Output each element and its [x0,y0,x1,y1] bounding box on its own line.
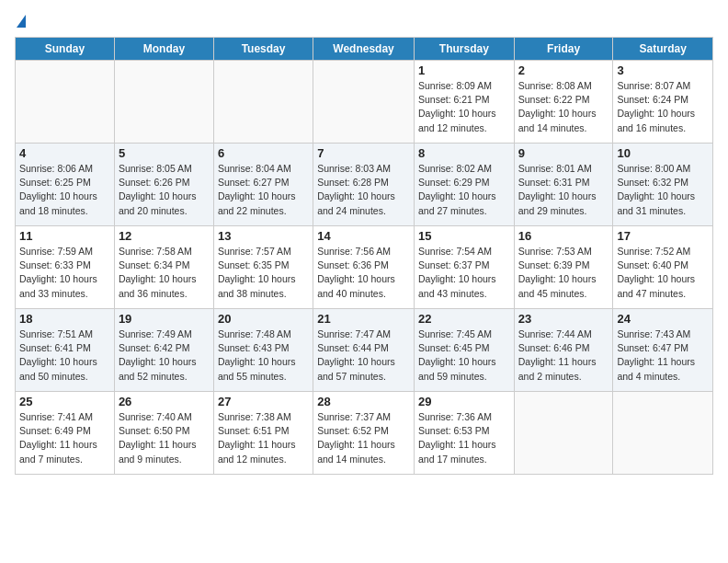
header-cell-tuesday: Tuesday [213,38,313,61]
day-number: 26 [119,395,210,408]
day-info: Sunrise: 8:04 AM Sunset: 6:27 PM Dayligh… [218,162,309,218]
day-number: 25 [19,395,110,408]
day-number: 21 [317,312,410,326]
day-number: 12 [119,229,210,243]
calendar-cell [613,392,713,475]
calendar-cell: 14Sunrise: 7:56 AM Sunset: 6:36 PM Dayli… [313,226,415,309]
logo [15,15,26,29]
calendar-cell: 28Sunrise: 7:37 AM Sunset: 6:52 PM Dayli… [313,392,415,475]
calendar-cell: 3Sunrise: 8:07 AM Sunset: 6:24 PM Daylig… [613,61,713,144]
day-number: 9 [518,146,609,160]
calendar-cell: 21Sunrise: 7:47 AM Sunset: 6:44 PM Dayli… [313,309,415,392]
day-number: 6 [218,146,309,160]
day-number: 4 [19,146,110,160]
day-info: Sunrise: 7:44 AM Sunset: 6:46 PM Dayligh… [518,327,609,384]
calendar-cell: 29Sunrise: 7:36 AM Sunset: 6:53 PM Dayli… [414,392,514,475]
day-info: Sunrise: 8:00 AM Sunset: 6:32 PM Dayligh… [617,162,709,218]
day-info: Sunrise: 7:52 AM Sunset: 6:40 PM Dayligh… [617,245,709,301]
calendar-cell [114,61,213,144]
calendar-cell: 19Sunrise: 7:49 AM Sunset: 6:42 PM Dayli… [114,309,213,392]
day-number: 23 [518,312,609,326]
calendar-cell: 18Sunrise: 7:51 AM Sunset: 6:41 PM Dayli… [16,309,115,392]
calendar-cell: 22Sunrise: 7:45 AM Sunset: 6:45 PM Dayli… [414,309,514,392]
week-row-5: 25Sunrise: 7:41 AM Sunset: 6:49 PM Dayli… [16,392,713,475]
day-number: 11 [19,229,110,243]
calendar-cell: 11Sunrise: 7:59 AM Sunset: 6:33 PM Dayli… [16,226,115,309]
day-info: Sunrise: 8:03 AM Sunset: 6:28 PM Dayligh… [317,162,410,218]
header-cell-saturday: Saturday [613,38,713,61]
day-info: Sunrise: 7:53 AM Sunset: 6:39 PM Dayligh… [518,245,609,301]
day-info: Sunrise: 7:43 AM Sunset: 6:47 PM Dayligh… [617,327,709,384]
calendar-cell: 12Sunrise: 7:58 AM Sunset: 6:34 PM Dayli… [114,226,213,309]
day-info: Sunrise: 8:08 AM Sunset: 6:22 PM Dayligh… [518,79,609,135]
day-info: Sunrise: 7:41 AM Sunset: 6:49 PM Dayligh… [19,410,110,466]
calendar-cell: 8Sunrise: 8:02 AM Sunset: 6:29 PM Daylig… [414,144,514,226]
calendar-cell: 20Sunrise: 7:48 AM Sunset: 6:43 PM Dayli… [213,309,313,392]
calendar-cell: 27Sunrise: 7:38 AM Sunset: 6:51 PM Dayli… [213,392,313,475]
day-info: Sunrise: 7:58 AM Sunset: 6:34 PM Dayligh… [119,245,210,301]
day-info: Sunrise: 8:09 AM Sunset: 6:21 PM Dayligh… [418,79,510,135]
calendar-cell: 25Sunrise: 7:41 AM Sunset: 6:49 PM Dayli… [16,392,115,475]
day-number: 8 [418,146,510,160]
calendar-cell [313,61,415,144]
calendar-cell: 4Sunrise: 8:06 AM Sunset: 6:25 PM Daylig… [16,144,115,226]
calendar-cell [213,61,313,144]
day-number: 13 [218,229,309,243]
logo-triangle-icon [17,15,26,28]
day-info: Sunrise: 7:37 AM Sunset: 6:52 PM Dayligh… [317,410,410,466]
day-info: Sunrise: 7:59 AM Sunset: 6:33 PM Dayligh… [19,245,110,301]
calendar-cell: 15Sunrise: 7:54 AM Sunset: 6:37 PM Dayli… [414,226,514,309]
day-info: Sunrise: 7:47 AM Sunset: 6:44 PM Dayligh… [317,327,410,384]
calendar-body: 1Sunrise: 8:09 AM Sunset: 6:21 PM Daylig… [16,61,713,475]
day-number: 22 [418,312,510,326]
day-number: 3 [617,63,709,77]
day-number: 7 [317,146,410,160]
day-number: 10 [617,146,709,160]
day-number: 15 [418,229,510,243]
day-number: 16 [518,229,609,243]
header-cell-monday: Monday [114,38,213,61]
calendar-cell: 13Sunrise: 7:57 AM Sunset: 6:35 PM Dayli… [213,226,313,309]
day-info: Sunrise: 7:36 AM Sunset: 6:53 PM Dayligh… [418,410,510,466]
calendar-cell: 1Sunrise: 8:09 AM Sunset: 6:21 PM Daylig… [414,61,514,144]
day-number: 18 [19,312,110,326]
week-row-3: 11Sunrise: 7:59 AM Sunset: 6:33 PM Dayli… [16,226,713,309]
calendar-cell [514,392,613,475]
day-number: 5 [119,146,210,160]
calendar-header: SundayMondayTuesdayWednesdayThursdayFrid… [16,38,713,61]
calendar-cell: 7Sunrise: 8:03 AM Sunset: 6:28 PM Daylig… [313,144,415,226]
page-header [15,15,713,29]
day-info: Sunrise: 7:45 AM Sunset: 6:45 PM Dayligh… [418,327,510,384]
header-cell-sunday: Sunday [16,38,115,61]
header-cell-friday: Friday [514,38,613,61]
day-number: 14 [317,229,410,243]
day-info: Sunrise: 7:49 AM Sunset: 6:42 PM Dayligh… [119,327,210,384]
day-info: Sunrise: 7:57 AM Sunset: 6:35 PM Dayligh… [218,245,309,301]
header-cell-wednesday: Wednesday [313,38,415,61]
day-info: Sunrise: 8:06 AM Sunset: 6:25 PM Dayligh… [19,162,110,218]
header-cell-thursday: Thursday [414,38,514,61]
week-row-4: 18Sunrise: 7:51 AM Sunset: 6:41 PM Dayli… [16,309,713,392]
calendar-cell: 9Sunrise: 8:01 AM Sunset: 6:31 PM Daylig… [514,144,613,226]
day-number: 24 [617,312,709,326]
week-row-2: 4Sunrise: 8:06 AM Sunset: 6:25 PM Daylig… [16,144,713,226]
calendar-cell: 26Sunrise: 7:40 AM Sunset: 6:50 PM Dayli… [114,392,213,475]
day-info: Sunrise: 8:01 AM Sunset: 6:31 PM Dayligh… [518,162,609,218]
day-number: 28 [317,395,410,408]
day-info: Sunrise: 7:56 AM Sunset: 6:36 PM Dayligh… [317,245,410,301]
week-row-1: 1Sunrise: 8:09 AM Sunset: 6:21 PM Daylig… [16,61,713,144]
day-number: 17 [617,229,709,243]
day-number: 19 [119,312,210,326]
day-info: Sunrise: 7:38 AM Sunset: 6:51 PM Dayligh… [218,410,309,466]
calendar-cell: 2Sunrise: 8:08 AM Sunset: 6:22 PM Daylig… [514,61,613,144]
day-info: Sunrise: 8:05 AM Sunset: 6:26 PM Dayligh… [119,162,210,218]
calendar-cell: 16Sunrise: 7:53 AM Sunset: 6:39 PM Dayli… [514,226,613,309]
day-info: Sunrise: 7:40 AM Sunset: 6:50 PM Dayligh… [119,410,210,466]
calendar-table: SundayMondayTuesdayWednesdayThursdayFrid… [15,37,713,475]
calendar-cell [16,61,115,144]
day-number: 29 [418,395,510,408]
calendar-cell: 24Sunrise: 7:43 AM Sunset: 6:47 PM Dayli… [613,309,713,392]
day-info: Sunrise: 7:51 AM Sunset: 6:41 PM Dayligh… [19,327,110,384]
calendar-cell: 17Sunrise: 7:52 AM Sunset: 6:40 PM Dayli… [613,226,713,309]
day-number: 27 [218,395,309,408]
